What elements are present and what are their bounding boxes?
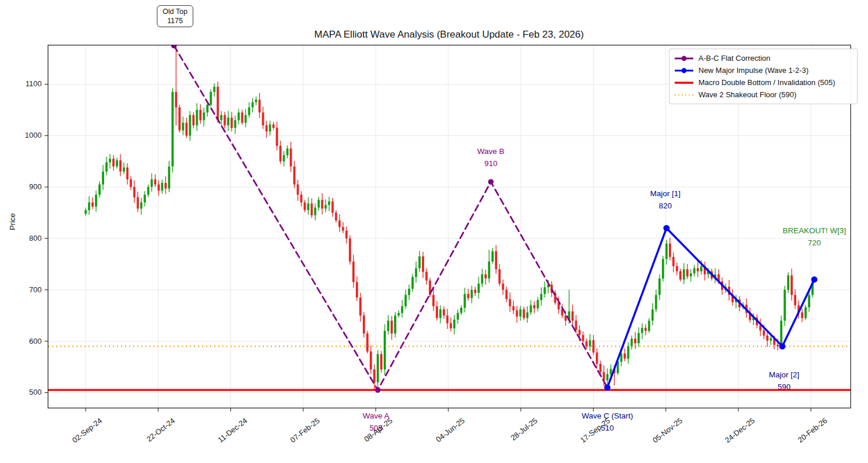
annotation-line: Wave A [363,410,389,422]
candle [450,318,452,332]
candle [339,214,341,232]
candle [88,196,90,215]
candle [262,107,264,129]
candle [387,315,389,335]
candle [784,286,786,326]
candle [561,304,564,318]
candle [624,348,626,361]
annotation-line: 505 [363,422,389,434]
candle [304,200,306,212]
candle [150,173,153,192]
candle [523,307,525,320]
annotation-line: Major [2] [769,369,800,381]
candle [676,263,678,275]
candle [123,162,125,174]
wave-marker [488,179,494,185]
wave-marker [779,343,786,350]
candle [227,111,230,131]
annotation-line: 820 [650,200,681,212]
wave-marker [604,384,610,391]
candle [505,286,507,302]
candle [91,197,94,209]
annotation-line: Major [1] [650,188,681,200]
candle [491,248,494,264]
candle [126,163,128,184]
candle [273,122,275,130]
candle [631,336,633,350]
candle [794,289,796,309]
wave-marker [663,225,670,232]
abc-correction-line [171,43,610,393]
candle [467,289,469,300]
candle [377,350,379,388]
legend-item-label: Macro Double Bottom / Invalidation (505) [698,78,835,87]
candle [342,222,344,234]
candle [464,288,466,313]
candle [502,280,504,295]
candle [425,268,428,284]
candle [307,197,310,215]
candle [457,309,459,324]
candle [220,111,223,126]
annotation-wave-b: Wave B910 [477,145,505,170]
y-tick-label: 900 [0,182,42,192]
candle [137,192,139,212]
candle [652,303,654,325]
annotation-wave-c: Wave C (Start)510 [582,410,633,434]
candle [418,251,421,271]
candle [470,286,473,303]
y-tick-label: 1100 [0,79,42,89]
wave-marker [375,387,381,393]
annotation-line: 910 [477,157,505,170]
annotation-major-1: Major [1]820 [650,188,681,212]
candle [318,197,320,211]
y-tick-label: 800 [0,233,42,244]
candle [209,89,212,106]
candle [398,310,400,317]
candle [394,312,396,337]
candle [349,236,351,265]
wave-marker [811,277,818,283]
candle [314,204,317,221]
old-top-value: 1175 [163,16,187,25]
candle [526,306,528,322]
candle [683,263,685,284]
candle [411,274,414,292]
annotation-line: Wave C (Start) [582,410,633,422]
candle [704,262,706,281]
candle [759,318,762,336]
candle [192,112,194,128]
candle [572,304,574,326]
candle [436,301,438,321]
legend: A-B-C Flat CorrectionNew Major Impulse (… [669,49,858,104]
annotation-breakout: BREAKOUT! W[3]720 [782,225,846,249]
candle [481,269,483,287]
candle [356,277,358,302]
candle [432,289,435,311]
candle [248,102,251,118]
candle [363,312,365,337]
candle [178,105,181,133]
candle [519,306,521,321]
candle [787,273,789,293]
candle [185,117,187,138]
legend-item-label: A-B-C Flat Correction [698,54,770,63]
candle [238,109,240,124]
candle [697,262,699,277]
candle [279,141,282,164]
candle [606,369,609,384]
candle [144,191,146,207]
candle [453,315,455,335]
y-tick-label: 500 [0,387,42,398]
candle [509,292,511,312]
candle [596,348,598,369]
candle [536,297,539,311]
candle [766,331,768,347]
candle [693,265,696,277]
legend-line-sample [674,67,694,75]
candle [366,331,369,354]
old-top-label: Old Top [163,7,187,16]
candle [484,270,487,285]
candle [130,176,132,190]
candle [154,174,156,187]
